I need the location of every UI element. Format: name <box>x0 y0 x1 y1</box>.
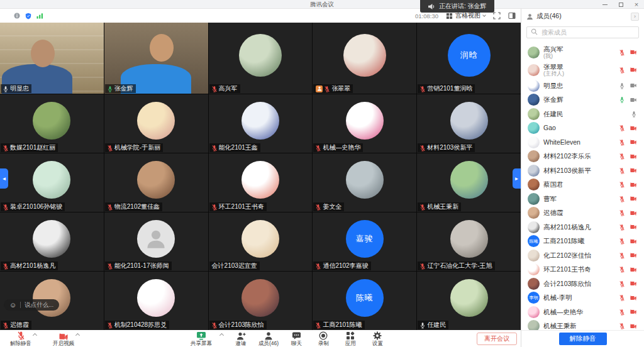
leave-meeting-button[interactable]: 离开会议 <box>477 333 517 345</box>
audio-options-chevron[interactable] <box>33 333 37 338</box>
mic-muted-icon <box>619 252 625 259</box>
video-options-chevron[interactable] <box>75 333 80 338</box>
participant-name-label: 会计2103迟宜萱 <box>209 262 260 270</box>
video-tile[interactable]: 高材2101杨逸凡 <box>0 212 104 271</box>
member-avatar <box>528 94 540 106</box>
video-tile[interactable]: 润晗 营销2101董润晗 <box>417 23 521 94</box>
sidebar-unmute-button[interactable]: 解除静音 <box>559 333 607 345</box>
meeting-info-icon[interactable] <box>14 13 20 19</box>
video-tile[interactable]: 机制210428苏思爻 <box>104 272 208 330</box>
start-video-button[interactable]: 开启视频 <box>53 331 74 346</box>
member-list-item[interactable]: 张翠翠 (主持人) <box>521 61 644 79</box>
next-page-button[interactable]: ► <box>513 168 521 189</box>
video-tile[interactable]: 机械学院-于新丽 <box>104 94 208 153</box>
fullscreen-icon[interactable] <box>493 12 501 19</box>
video-tile[interactable]: 任建民 <box>417 272 521 330</box>
video-tile[interactable]: 机械王秉新 <box>417 153 521 212</box>
member-name: 环工2101王书奇 <box>543 266 616 273</box>
video-tile[interactable]: 能化2101王鑫 <box>209 94 313 153</box>
collapse-panel-button[interactable]: › <box>631 13 639 21</box>
member-info: 明显忠 <box>543 82 616 89</box>
participant-name-label: 营销2101董润晗 <box>418 84 475 93</box>
member-list-item[interactable]: 张金辉 <box>521 93 644 107</box>
participant-name-label: 任建民 <box>418 321 448 329</box>
member-list-item[interactable]: 高兴军 (我) <box>521 43 644 61</box>
maximize-button[interactable] <box>617 1 625 8</box>
member-list-item[interactable]: 李明 机械-李明 <box>521 291 644 306</box>
view-mode-selector[interactable]: 宫格视图 <box>446 11 486 20</box>
participant-name-label: 迟德霞 <box>1 321 31 329</box>
member-list-item[interactable]: 曹军 <box>521 192 644 206</box>
member-list-item[interactable]: 机械王秉新 <box>521 319 644 331</box>
video-tile[interactable]: 陈曦 工商2101陈曦 <box>313 272 416 330</box>
video-tile[interactable]: 辽宁石油化工大学-王旭 <box>417 212 521 271</box>
video-tile[interactable]: 姜文全 <box>313 153 416 212</box>
member-list-item[interactable]: 高材2101杨逸凡 <box>521 220 644 234</box>
member-list-item[interactable]: 材料2102李乐乐 <box>521 150 644 164</box>
network-signal-icon[interactable] <box>36 13 43 19</box>
chat-bubble[interactable]: ☺ 说点什么... <box>4 299 59 311</box>
member-list-item[interactable]: 材料2103侯新平 <box>521 163 644 178</box>
participant-name: 机械王秉新 <box>427 202 458 211</box>
participant-avatar <box>242 220 279 258</box>
video-tile[interactable]: 迟德霞☺ 说点什么... <box>0 272 104 330</box>
member-list-item[interactable]: 环工2101王书奇 <box>521 263 644 277</box>
search-members-input[interactable] <box>526 26 639 38</box>
toolbar-record-button[interactable]: 录制 <box>314 331 333 346</box>
member-info: 工商2101陈曦 <box>543 238 616 245</box>
member-list-item[interactable]: 明显忠 <box>521 79 644 93</box>
member-list-item[interactable]: 机械—史艳华 <box>521 305 644 319</box>
member-info: 材料2102李乐乐 <box>543 153 616 160</box>
video-tile[interactable]: 能化2101-17张师闻 <box>104 212 208 271</box>
invite-icon <box>236 331 246 340</box>
member-list-item[interactable]: WhiteEleven <box>521 135 644 150</box>
meeting-timer: 01:08:30 <box>415 13 438 19</box>
video-tile[interactable]: 机械—史艳华 <box>313 94 416 153</box>
toolbar-members-button[interactable]: 成员(46) <box>258 331 279 346</box>
prev-page-button[interactable]: ◄ <box>0 168 8 189</box>
video-tile[interactable]: 张金辉 <box>104 23 208 94</box>
close-button[interactable]: × <box>633 1 640 8</box>
member-list-item[interactable]: 化工2102张佳怡 <box>521 248 644 263</box>
video-tile[interactable]: 物流2102董佳鑫 <box>104 153 208 212</box>
participant-name: 营销2101董润晗 <box>427 84 472 93</box>
video-tile[interactable]: 装卓210106孙铭骏 <box>0 153 104 212</box>
member-list-item[interactable]: 会计2103陈欣怡 <box>521 277 644 291</box>
member-list-item[interactable]: 蔡国君 <box>521 178 644 192</box>
video-tile[interactable]: 高兴军 <box>209 23 313 94</box>
video-tile[interactable]: 明显忠 <box>0 23 104 94</box>
video-tile[interactable]: 数媒2101赵红丽 <box>0 94 104 153</box>
mic-muted-icon <box>212 145 217 151</box>
member-role: (我) <box>543 53 616 59</box>
toolbar-record-label: 录制 <box>318 341 329 346</box>
toolbar-settings-button[interactable]: 设置 <box>368 331 387 346</box>
member-list-item[interactable]: Gao <box>521 121 644 136</box>
speaker-icon <box>428 3 436 10</box>
toolbar-chat-button[interactable]: 聊天 <box>287 331 306 346</box>
toolbar-share-button[interactable]: 共享屏幕 <box>191 331 212 346</box>
toolbar-apps-button[interactable]: 应用 <box>341 331 360 346</box>
member-list-item[interactable]: 任建民 <box>521 107 644 121</box>
member-list-item[interactable]: 迟德霞 <box>521 206 644 221</box>
mic-muted-icon <box>420 263 425 270</box>
members-panel-header: 成员(46) › <box>521 9 644 24</box>
members-sidebar: 成员(46) › 高兴军 (我) 张翠翠 (主持人) <box>521 9 644 347</box>
video-tile[interactable]: 环工2101王书奇 <box>209 153 313 212</box>
share-options-chevron[interactable] <box>219 333 224 338</box>
unmute-button[interactable]: 解除静音 <box>10 331 31 346</box>
side-panel-icon[interactable] <box>508 12 516 19</box>
participant-name-label: 能化2101王鑫 <box>209 143 260 152</box>
video-tile[interactable]: 会计2103迟宜萱 <box>209 212 313 271</box>
camera-off-icon <box>630 239 636 244</box>
member-name: 明显忠 <box>543 82 616 89</box>
toolbar-invite-button[interactable]: 邀请 <box>231 331 250 346</box>
minimize-button[interactable] <box>601 1 609 8</box>
security-shield-icon[interactable] <box>25 13 31 19</box>
video-tile[interactable]: 嘉骏 通信2102李嘉骏 <box>313 212 416 271</box>
video-tile[interactable]: 张翠翠 <box>313 23 416 94</box>
video-tile[interactable]: 材料2103侯新平 <box>417 94 521 153</box>
member-info: 会计2103陈欣怡 <box>543 280 616 287</box>
participant-avatar <box>33 220 70 258</box>
video-tile[interactable]: 会计2103陈欣怡 <box>209 272 313 330</box>
member-list-item[interactable]: 陈曦 工商2101陈曦 <box>521 234 644 249</box>
